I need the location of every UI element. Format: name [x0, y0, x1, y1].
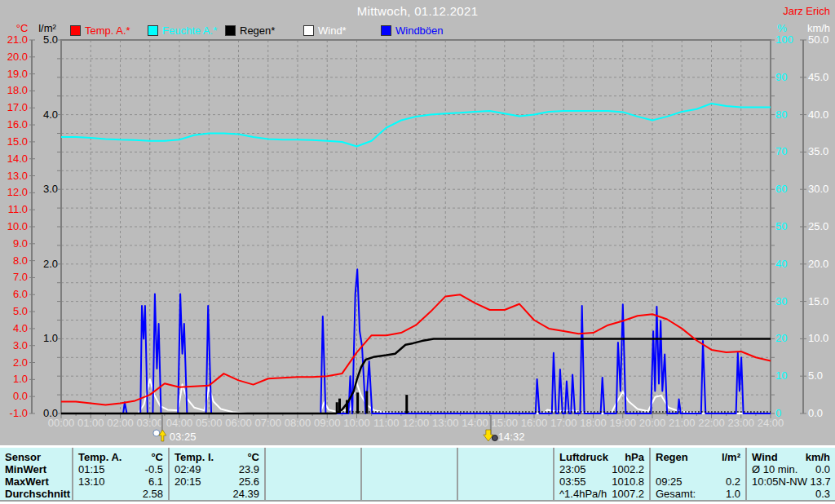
axis-tick-label: 90: [775, 71, 787, 83]
stat-cell: 2.58: [73, 488, 168, 500]
axis-tick-label: 09:00: [314, 417, 341, 429]
stat-cell-left: Gesamt:: [656, 488, 696, 500]
axis-tick-label: 03:00: [136, 417, 163, 429]
stats-column: Temp. A.°C01:15-0.513:106.12.58: [72, 448, 168, 500]
stat-cell-left: Ø 10 min.: [752, 463, 797, 475]
axis-tick-label: 9.0: [13, 237, 28, 250]
axis-tick-label: 50: [775, 220, 787, 232]
marker-time-label: 03:25: [170, 431, 197, 443]
stat-cell: [362, 475, 457, 488]
axis-tick-label: 01:00: [77, 417, 104, 429]
axis-tick-label: 21:00: [669, 417, 696, 429]
axis-tick-label: 19.0: [7, 68, 28, 80]
axis-tick-label: 8.0: [13, 254, 28, 267]
stat-cell-right: N-NW 13.7: [779, 475, 831, 488]
stat-cell-left: Wind: [752, 451, 778, 463]
axis-tick-label: 13.0: [7, 170, 28, 182]
stat-cell: [458, 488, 553, 500]
axis-tick-label: 17:00: [550, 417, 577, 429]
axis-tick-label: 22:00: [698, 417, 725, 429]
stat-cell-left: MaxWert: [5, 475, 49, 488]
axis-tick-label: 5.0: [13, 305, 28, 317]
stat-cell: Durchschnitt: [0, 488, 72, 500]
stat-cell: [266, 451, 360, 463]
stat-cell-left: ^1.4hPa/h: [559, 488, 607, 500]
axis-tick-label: 02:00: [107, 417, 134, 429]
stats-column: LuftdruckhPa23:051002.203:551010.8^1.4hP…: [553, 448, 649, 500]
stat-cell-right: -0.5: [145, 463, 163, 475]
stat-cell: [266, 475, 360, 488]
stat-cell-left: 01:15: [78, 463, 105, 475]
stat-cell-right: 23.9: [239, 463, 259, 475]
stat-cell: [651, 463, 745, 475]
stat-cell-right: km/h: [806, 451, 830, 463]
axis-tick-label: 17.0: [7, 101, 28, 113]
axis-tick-label: 6.0: [13, 288, 28, 300]
stat-cell: MinWert: [0, 463, 72, 475]
axis-tick-label: 40: [775, 258, 787, 270]
axis-tick-label: 0.0: [13, 390, 28, 402]
stat-cell-left: 03:55: [559, 475, 586, 488]
weather-app-window: Mittwoch, 01.12.2021 Jarz Erich °C l/m² …: [0, 0, 835, 504]
stat-cell-right: 0.0: [815, 463, 830, 475]
stat-cell-left: 09:25: [656, 475, 683, 488]
axis-tick-label: 00:00: [48, 417, 75, 429]
stat-cell-right: 24.39: [232, 488, 259, 500]
axis-tick-label: 35.0: [808, 145, 828, 157]
stat-cell: Regenl/m²: [651, 451, 745, 463]
stat-cell-right: 0.2: [726, 475, 740, 488]
stat-cell: ^1.4hPa/h1007.2: [554, 488, 649, 500]
axis-tick-label: 15.0: [7, 135, 28, 148]
stat-cell-left: 23:05: [559, 463, 586, 475]
axis-tick-label: 06:00: [225, 417, 252, 429]
axis-tick-label: 4.0: [13, 322, 28, 334]
axis-tick-label: 3.0: [43, 183, 58, 195]
stat-cell-left: Temp. I.: [175, 451, 214, 463]
axis-tick-label: 15:00: [491, 417, 518, 429]
axis-tick-label: 21.0: [7, 33, 28, 46]
axis-tick-label: 40.0: [808, 108, 828, 121]
axis-tick-label: 04:00: [166, 417, 193, 429]
stat-cell-left: Temp. A.: [78, 451, 121, 463]
stat-cell-right: 6.1: [148, 475, 163, 488]
stat-cell: [458, 451, 553, 463]
axis-tick-label: 5.0: [43, 33, 58, 46]
axis-tick-label: 18.0: [7, 84, 28, 96]
axis-tick-label: 10:00: [343, 417, 370, 429]
stat-cell: [362, 463, 457, 475]
stat-cell: 0.3: [747, 488, 835, 500]
stat-cell: Sensor: [0, 451, 72, 463]
axis-tick-label: 08:00: [285, 417, 311, 429]
axis-tick-label: 25.0: [808, 220, 828, 232]
axis-tick-label: 4.0: [43, 108, 58, 121]
stat-cell: [266, 488, 360, 500]
marker-time-label: 14:32: [498, 431, 525, 443]
axis-tick-label: 3.0: [13, 339, 28, 351]
stats-column: Regenl/m²09:250.2Gesamt:1.0: [649, 448, 745, 500]
stats-column: [264, 448, 360, 500]
axis-tick-label: 45.0: [808, 71, 828, 83]
axis-tick-label: 23:00: [727, 417, 754, 429]
stat-cell-left: 20:15: [175, 475, 201, 488]
axis-tick-label: 10: [775, 369, 787, 382]
axis-tick-label: 12.0: [7, 186, 28, 198]
stat-cell-left: Durchschnitt: [5, 488, 70, 500]
stat-cell: 01:15-0.5: [73, 463, 168, 475]
stat-cell: MaxWert: [0, 475, 72, 488]
axis-tick-label: 30.0: [808, 183, 828, 195]
axis-tick-label: 16.0: [7, 118, 28, 130]
axis-tick-label: 1.0: [13, 373, 28, 385]
axis-tick-label: 14:00: [462, 417, 488, 429]
stat-cell-left: 13:10: [78, 475, 105, 488]
axis-tick-label: 07:00: [254, 417, 281, 429]
stat-cell-left: 10:05: [752, 475, 779, 488]
stat-cell: 24.39: [170, 488, 264, 500]
axis-tick-label: 20.0: [808, 258, 828, 270]
axis-tick-label: 70: [775, 145, 787, 157]
axis-tick-label: -1.0: [10, 407, 28, 419]
axis-tick-label: 13:00: [432, 417, 459, 429]
stat-cell: [266, 463, 360, 475]
axis-tick-label: 12:00: [403, 417, 430, 429]
stats-column: [457, 448, 553, 500]
stat-cell: 13:106.1: [73, 475, 168, 488]
